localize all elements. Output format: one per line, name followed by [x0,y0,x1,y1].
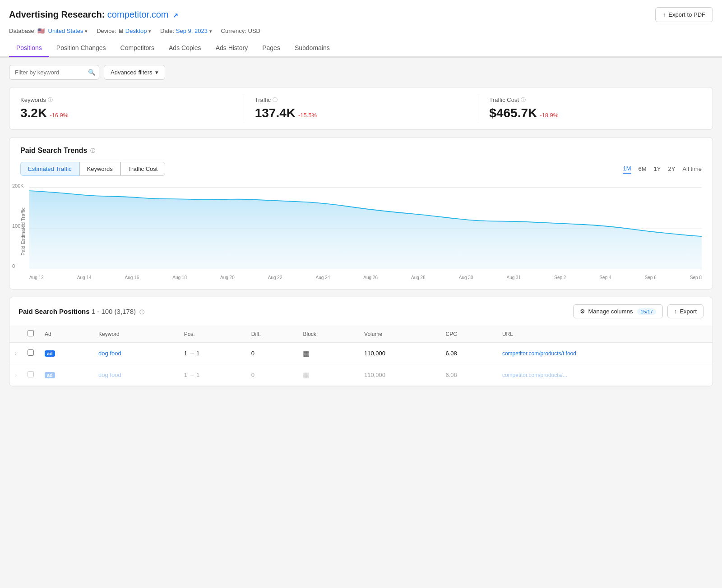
col-ad-header: Ad [39,326,93,343]
x-tick-sep8: Sep 8 [690,275,702,280]
x-tick-aug22: Aug 22 [268,275,282,280]
database-selector[interactable]: Database: 🇺🇸 United States ▾ [9,28,88,34]
table-header-row: Ad Keyword Pos. Diff. Block Volume CPC U… [9,326,713,343]
col-expand [9,326,22,343]
time-tab-1m[interactable]: 1M [623,164,631,174]
table-info-icon[interactable]: ⓘ [139,309,144,315]
col-block-header: Block [297,326,359,343]
col-checkbox [22,326,39,343]
tab-positions[interactable]: Positions [9,40,49,57]
chart-tab-estimated-traffic[interactable]: Estimated Traffic [20,162,79,176]
block-icon: ▦ [303,349,310,357]
select-all-checkbox[interactable] [28,330,34,336]
x-tick-aug16: Aug 16 [125,275,139,280]
traffic-cost-change: -18.9% [540,112,558,119]
columns-badge: 15/17 [637,308,656,315]
col-url-header: URL [497,326,713,343]
volume-cell: 110,000 [359,364,440,386]
traffic-info-icon[interactable]: ⓘ [273,96,278,103]
col-diff-header: Diff. [246,326,298,343]
chart-info-icon[interactable]: ⓘ [90,147,95,154]
keyword-link[interactable]: dog food [98,372,121,378]
manage-columns-button[interactable]: ⚙ Manage columns 15/17 [573,304,663,318]
x-tick-aug20: Aug 20 [220,275,235,280]
currency-label: Currency: USD [221,28,260,34]
table-export-button[interactable]: ↑ Export [667,304,703,318]
keywords-info-icon[interactable]: ⓘ [48,96,53,103]
tab-position-changes[interactable]: Position Changes [49,40,113,57]
cpc-cell: 6.08 [440,343,496,364]
database-chevron: ▾ [85,28,88,34]
upload-icon: ↑ [663,11,666,18]
table-count: 1 - 100 (3,178) [92,308,136,315]
keyword-link[interactable]: dog food [98,350,121,357]
ad-badge: ad [45,350,55,357]
volume-cell: 110,000 [359,343,440,364]
export-icon: ↑ [674,308,677,315]
url-link[interactable]: competitor.com/products/... [502,372,567,378]
tab-pages[interactable]: Pages [255,40,287,57]
advanced-filters-chevron: ▾ [155,69,158,76]
table-title: Paid Search Positions 1 - 100 (3,178) ⓘ [19,308,144,316]
trend-chart [29,183,702,273]
page-title: Advertising Research: competitor.com ↗ [9,9,178,20]
tab-ads-copies[interactable]: Ads Copies [162,40,208,57]
x-tick-aug24: Aug 24 [316,275,330,280]
table-row: › ad dog food 1 → 1 0 ▦ 110,000 6.08 com… [9,343,713,364]
search-button[interactable]: 🔍 [88,69,96,76]
gear-icon: ⚙ [580,308,585,315]
y-tick-100k: 100K [12,223,24,229]
y-tick-0: 0 [12,263,24,269]
col-pos-header: Pos. [179,326,246,343]
row-checkbox[interactable] [28,349,34,356]
tab-competitors[interactable]: Competitors [113,40,162,57]
time-tab-1y[interactable]: 1Y [654,165,661,173]
row-checkbox[interactable] [28,371,34,377]
date-selector[interactable]: Date: Sep 9, 2023 ▾ [160,28,212,34]
stats-card: Keywords ⓘ 3.2K -16.9% Traffic ⓘ 137.4K … [9,87,713,130]
table-actions: ⚙ Manage columns 15/17 ↑ Export [573,304,703,318]
col-cpc-header: CPC [440,326,496,343]
external-link-icon[interactable]: ↗ [173,12,178,19]
pos-cell: 1 → 1 [179,364,246,386]
x-tick-aug30: Aug 30 [459,275,473,280]
chart-tab-keywords[interactable]: Keywords [79,162,120,176]
row-expand-icon[interactable]: › [15,372,17,378]
x-tick-sep4: Sep 4 [599,275,611,280]
y-tick-200k: 200K [12,183,24,188]
export-pdf-button[interactable]: ↑ Export to PDF [655,7,713,22]
domain-link[interactable]: competitor.com [107,9,169,19]
device-selector[interactable]: Device: 🖥 Desktop ▾ [97,28,151,34]
chart-type-tabs: Estimated Traffic Keywords Traffic Cost [20,162,165,176]
nav-tabs: Positions Position Changes Competitors A… [0,40,722,57]
search-icon: 🔍 [88,69,96,76]
pos-arrow-icon: → [189,350,195,357]
advanced-filters-button[interactable]: Advanced filters ▾ [104,65,165,80]
url-link[interactable]: competitor.com/products/t food [502,350,576,357]
chart-time-range: 1M 6M 1Y 2Y All time [623,164,702,174]
x-axis: Aug 12 Aug 14 Aug 16 Aug 18 Aug 20 Aug 2… [29,275,702,280]
traffic-cost-info-icon[interactable]: ⓘ [521,96,526,103]
tab-ads-history[interactable]: Ads History [208,40,255,57]
chart-tab-traffic-cost[interactable]: Traffic Cost [120,162,166,176]
chart-controls: Estimated Traffic Keywords Traffic Cost … [20,162,702,176]
x-tick-aug14: Aug 14 [77,275,92,280]
stat-traffic-cost: Traffic Cost ⓘ $465.7K -18.9% [489,96,702,120]
chart-card: Paid Search Trends ⓘ Estimated Traffic K… [9,137,713,289]
filter-input-wrap: 🔍 [9,65,99,80]
table-header: Paid Search Positions 1 - 100 (3,178) ⓘ … [9,297,713,326]
stat-keywords: Keywords ⓘ 3.2K -16.9% [20,96,244,120]
date-chevron: ▾ [209,28,212,34]
keyword-filter-input[interactable] [9,65,99,80]
col-volume-header: Volume [359,326,440,343]
ad-badge: ad [45,372,55,378]
x-tick-aug18: Aug 18 [172,275,187,280]
time-tab-all[interactable]: All time [682,165,702,173]
time-tab-2y[interactable]: 2Y [668,165,675,173]
keywords-change: -16.9% [50,112,68,119]
time-tab-6m[interactable]: 6M [639,165,647,173]
col-keyword-header: Keyword [93,326,179,343]
tab-subdomains[interactable]: Subdomains [287,40,337,57]
row-expand-icon[interactable]: › [15,350,17,357]
x-tick-aug26: Aug 26 [363,275,378,280]
